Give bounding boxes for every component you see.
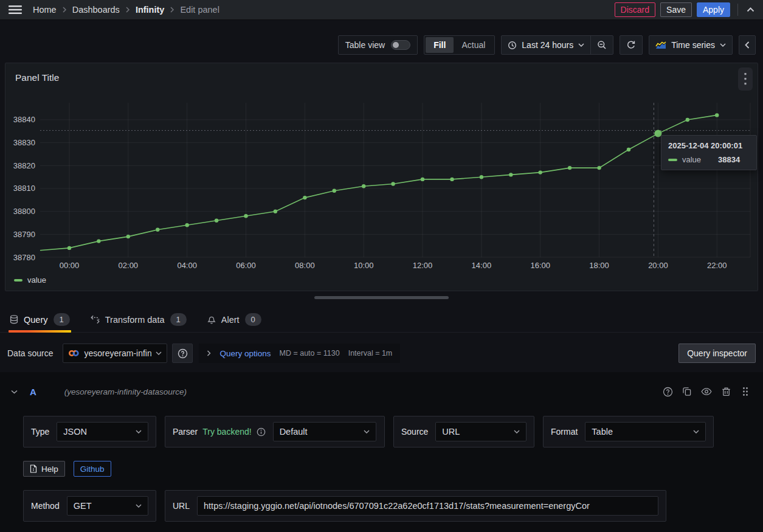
format-label: Format: [551, 427, 578, 437]
parser-select[interactable]: Default: [273, 422, 376, 441]
zoom-out-button[interactable]: [591, 36, 613, 54]
query-editor-card: A (yesoreyeram-infinity-datasource) Type…: [0, 372, 763, 532]
svg-text:38840: 38840: [13, 115, 35, 124]
svg-text:22:00: 22:00: [707, 261, 727, 270]
datasource-help-button[interactable]: [172, 344, 193, 363]
query-options-strip: Query options MD = auto = 1130 Interval …: [199, 344, 400, 363]
collapse-topnav-button[interactable]: [745, 6, 756, 13]
tooltip-series-row: value 38834: [668, 155, 750, 164]
svg-text:08:00: 08:00: [295, 261, 315, 270]
grip-icon: [742, 387, 748, 396]
svg-text:38780: 38780: [13, 253, 35, 262]
chevron-right-icon: [207, 350, 211, 356]
transform-icon: [91, 315, 100, 324]
type-field: Type JSON: [23, 416, 156, 447]
drag-query-handle[interactable]: [737, 384, 753, 399]
query-row-header[interactable]: A (yesoreyeram-infinity-datasource): [0, 372, 763, 406]
format-select[interactable]: Table: [585, 422, 706, 441]
query-editor-body: Type JSON Parser Try backend! Default: [0, 406, 763, 522]
svg-text:12:00: 12:00: [413, 261, 433, 270]
try-backend-link[interactable]: Try backend!: [202, 427, 251, 437]
top-actions: Discard Save Apply: [615, 2, 756, 17]
svg-text:38830: 38830: [13, 138, 35, 147]
chevron-up-icon: [747, 7, 754, 12]
datasource-row: Data source yesoreyeram-infinity-datasou…: [7, 344, 756, 363]
clock-icon: [508, 41, 517, 50]
info-circle-icon: [257, 427, 266, 437]
tab-query[interactable]: Query 1: [9, 307, 71, 332]
type-label: Type: [31, 427, 49, 437]
hide-query-button[interactable]: [699, 384, 714, 399]
legend-label[interactable]: value: [27, 275, 46, 285]
apply-button[interactable]: Apply: [697, 2, 730, 17]
bell-icon: [207, 315, 216, 324]
url-value: https://staging.yggio.net/api/iotnodes/6…: [204, 501, 590, 511]
divider: [737, 4, 738, 16]
breadcrumb-dashboards[interactable]: Dashboards: [72, 5, 120, 15]
toggle-knob: [393, 42, 399, 48]
time-range-picker[interactable]: Last 24 hours: [502, 36, 590, 54]
eye-icon: [701, 387, 712, 396]
chevron-down-icon: [693, 430, 699, 434]
tab-alert[interactable]: Alert 0: [206, 307, 263, 332]
refresh-icon: [626, 40, 636, 50]
collapse-query-button[interactable]: [10, 389, 19, 395]
tab-transform-data[interactable]: Transform data 1: [89, 307, 188, 332]
panel-menu-button[interactable]: [738, 67, 753, 91]
tab-alert-label: Alert: [221, 315, 240, 325]
breadcrumb-home[interactable]: Home: [33, 5, 57, 15]
fill-option[interactable]: Fill: [426, 37, 454, 53]
svg-text:06:00: 06:00: [236, 261, 256, 270]
source-field: Source URL: [393, 416, 534, 447]
tab-alert-badge: 0: [245, 313, 261, 326]
parser-value: Default: [280, 427, 308, 437]
svg-text:18:00: 18:00: [589, 261, 609, 270]
chevron-down-icon: [514, 430, 520, 434]
type-select[interactable]: JSON: [57, 422, 148, 441]
breadcrumb: Home Dashboards Infinity Edit panel: [33, 5, 219, 15]
chevron-down-icon: [720, 43, 726, 47]
url-input[interactable]: https://staging.yggio.net/api/iotnodes/6…: [197, 496, 658, 516]
github-button[interactable]: Github: [74, 461, 111, 477]
url-options-row: Method GET URL https://staging.yggio.net…: [23, 490, 763, 522]
query-options-toggle[interactable]: Query options: [219, 349, 271, 358]
refresh-button[interactable]: [620, 35, 643, 55]
question-circle-icon: [663, 387, 673, 397]
svg-text:20:00: 20:00: [648, 261, 668, 270]
chevron-right-icon: [125, 7, 130, 13]
panel-resize-handle[interactable]: [314, 296, 449, 299]
chevron-right-icon: [170, 7, 174, 13]
query-help-button[interactable]: [660, 384, 675, 399]
top-nav: Home Dashboards Infinity Edit panel Disc…: [0, 0, 763, 20]
breadcrumb-dashboard-name[interactable]: Infinity: [136, 5, 165, 15]
menu-toggle-button[interactable]: [7, 4, 23, 16]
timeseries-chart[interactable]: 3878038790388003881038820388303884000:00…: [5, 100, 758, 276]
tab-query-badge: 1: [54, 313, 70, 326]
table-view-toggle[interactable]: [391, 40, 410, 50]
tooltip-series-name: value: [682, 155, 701, 164]
source-select[interactable]: URL: [435, 422, 527, 441]
legend[interactable]: value: [14, 275, 46, 285]
table-view-control: Table view: [338, 35, 418, 55]
database-icon: [10, 315, 18, 324]
delete-query-button[interactable]: [718, 384, 734, 399]
datasource-picker[interactable]: yesoreyeram-infinity-datasource: [63, 344, 167, 363]
save-button[interactable]: Save: [660, 2, 692, 17]
query-datasource-hint: (yesoreyeram-infinity-datasource): [64, 387, 187, 396]
zoom-out-icon: [597, 40, 607, 50]
discard-button[interactable]: Discard: [615, 2, 655, 17]
duplicate-query-button[interactable]: [679, 384, 695, 399]
parser-field: Parser Try backend! Default: [165, 416, 385, 447]
method-select[interactable]: GET: [67, 496, 148, 516]
chevron-down-icon: [136, 430, 142, 434]
visualization-picker[interactable]: Time series: [649, 35, 733, 55]
help-button[interactable]: Help: [23, 461, 65, 477]
query-inspector-button[interactable]: Query inspector: [678, 344, 756, 363]
query-row-actions: [660, 384, 753, 399]
actual-option[interactable]: Actual: [454, 37, 493, 53]
svg-text:38820: 38820: [13, 161, 35, 170]
options-pane-collapse-button[interactable]: [739, 35, 756, 55]
panel-title: Panel Title: [15, 72, 59, 83]
type-value: JSON: [63, 427, 87, 437]
fill-actual-switch: Fill Actual: [424, 35, 495, 55]
